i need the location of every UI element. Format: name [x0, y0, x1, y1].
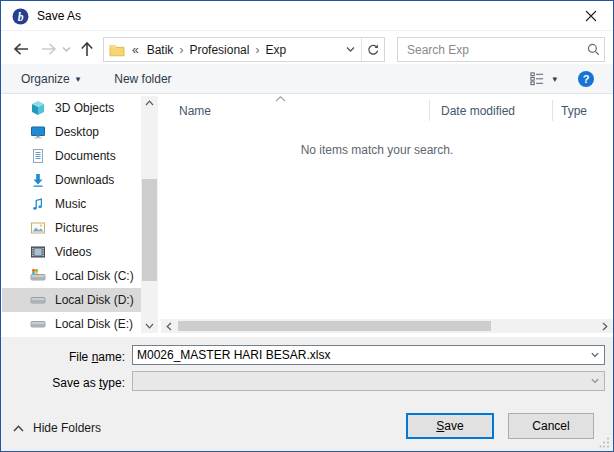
app-logo-icon: b — [12, 8, 29, 25]
folder-icon — [109, 43, 125, 57]
save-as-type-dropdown-button[interactable] — [586, 376, 604, 386]
download-arrow-icon — [30, 172, 46, 188]
breadcrumb-bar: « Batik › Profesional › Exp — [103, 37, 385, 62]
caret-down-icon: ▾ — [76, 74, 81, 84]
up-button[interactable] — [75, 37, 99, 61]
search-box — [397, 37, 605, 62]
new-folder-label: New folder — [114, 72, 171, 86]
file-name-dropdown-button[interactable] — [586, 350, 604, 360]
search-icon — [586, 42, 601, 57]
new-folder-button[interactable]: New folder — [106, 64, 179, 93]
window-title: Save As — [37, 9, 81, 23]
address-dropdown-button[interactable] — [341, 38, 359, 61]
refresh-button[interactable] — [364, 38, 382, 61]
sidebar-item-music[interactable]: Music — [2, 192, 141, 216]
sidebar-item-videos[interactable]: Videos — [2, 240, 141, 264]
save-as-type-label: Save as type: — [1, 376, 125, 390]
breadcrumb-overflow[interactable]: « — [129, 43, 142, 57]
sort-ascending-icon — [275, 96, 286, 102]
chevron-down-icon — [345, 44, 356, 55]
refresh-icon — [366, 43, 380, 57]
hide-folders-button[interactable]: Hide Folders — [13, 421, 101, 435]
close-button[interactable] — [575, 4, 607, 28]
column-header-type[interactable]: Type — [557, 99, 591, 123]
title-bar: b Save As — [1, 1, 613, 31]
sidebar-scrollbar[interactable] — [141, 96, 158, 333]
view-mode-button[interactable]: ▾ — [521, 71, 565, 86]
resize-grip[interactable] — [599, 437, 610, 448]
chevron-up-icon — [13, 425, 24, 432]
caret-down-icon: ▾ — [552, 74, 557, 84]
column-divider — [552, 100, 553, 121]
save-button[interactable]: Save — [406, 413, 494, 439]
save-as-type-combobox[interactable] — [132, 371, 605, 391]
chevron-down-icon — [61, 44, 72, 55]
close-icon — [585, 10, 597, 22]
save-controls-pane: File name: Save as type: — [1, 337, 613, 451]
breadcrumb-item-profesional[interactable]: Profesional — [184, 43, 254, 57]
organize-button[interactable]: Organize ▾ — [13, 64, 88, 93]
file-list-area — [159, 94, 613, 337]
empty-list-message: No items match your search. — [159, 143, 595, 157]
up-arrow-icon — [79, 40, 95, 58]
back-arrow-icon — [12, 41, 30, 57]
system-drive-icon — [30, 268, 46, 284]
help-icon: ? — [577, 70, 595, 88]
details-view-icon — [529, 71, 545, 86]
document-icon — [30, 148, 46, 164]
scroll-up-button[interactable] — [141, 96, 158, 110]
save-as-type-value — [133, 374, 586, 388]
help-button[interactable]: ? — [569, 70, 603, 88]
file-name-label: File name: — [1, 350, 125, 364]
cancel-button[interactable]: Cancel — [508, 413, 594, 439]
recent-locations-button[interactable] — [59, 37, 73, 61]
music-note-icon — [30, 196, 46, 212]
column-header-name[interactable]: Name — [175, 99, 215, 123]
drive-icon — [30, 316, 46, 332]
sidebar-item-downloads[interactable]: Downloads — [2, 168, 141, 192]
navigation-pane: 3D Objects Desktop Documents Downloads — [2, 96, 141, 336]
drive-icon — [30, 292, 46, 308]
forward-arrow-icon — [40, 41, 58, 57]
scrollbar-thumb[interactable] — [178, 321, 491, 331]
film-icon — [30, 244, 46, 260]
sidebar-item-local-disk-d[interactable]: Local Disk (D:) — [2, 288, 141, 312]
sidebar-item-desktop[interactable]: Desktop — [2, 120, 141, 144]
sidebar-item-local-disk-e[interactable]: Local Disk (E:) — [2, 312, 141, 336]
column-header-date-modified[interactable]: Date modified — [437, 99, 519, 123]
picture-icon — [30, 220, 46, 236]
chevron-down-icon — [590, 350, 600, 360]
svg-text:b: b — [18, 11, 24, 23]
command-bar: Organize ▾ New folder ▾ ? — [1, 64, 613, 94]
chevron-down-icon — [145, 323, 154, 329]
scroll-left-button[interactable] — [162, 319, 176, 333]
chevron-left-icon — [166, 322, 172, 331]
save-as-dialog: b Save As « Batik › — [0, 0, 614, 452]
desktop-icon — [30, 124, 46, 140]
chevron-right-icon — [602, 322, 608, 331]
scroll-right-button[interactable] — [598, 319, 612, 333]
scroll-down-button[interactable] — [141, 319, 158, 333]
sidebar-item-3d-objects[interactable]: 3D Objects — [2, 96, 141, 120]
3d-cube-icon — [30, 100, 46, 116]
sidebar-item-pictures[interactable]: Pictures — [2, 216, 141, 240]
divider — [361, 38, 362, 61]
sidebar-item-local-disk-c[interactable]: Local Disk (C:) — [2, 264, 141, 288]
back-button[interactable] — [9, 37, 33, 61]
sidebar-item-documents[interactable]: Documents — [2, 144, 141, 168]
search-input[interactable] — [398, 43, 582, 57]
organize-label: Organize — [21, 72, 70, 86]
chevron-up-icon — [145, 100, 154, 106]
breadcrumb-item-batik[interactable]: Batik — [142, 43, 179, 57]
forward-button[interactable] — [37, 37, 61, 61]
file-name-input[interactable] — [133, 348, 586, 362]
scrollbar-thumb[interactable] — [142, 179, 157, 281]
file-list-scrollbar[interactable] — [161, 319, 613, 333]
chevron-down-icon — [590, 376, 600, 386]
hide-folders-label: Hide Folders — [33, 421, 101, 435]
column-divider — [429, 100, 430, 121]
breadcrumb-item-exp[interactable]: Exp — [260, 43, 291, 57]
svg-text:?: ? — [583, 73, 590, 85]
file-name-combobox — [132, 345, 605, 365]
